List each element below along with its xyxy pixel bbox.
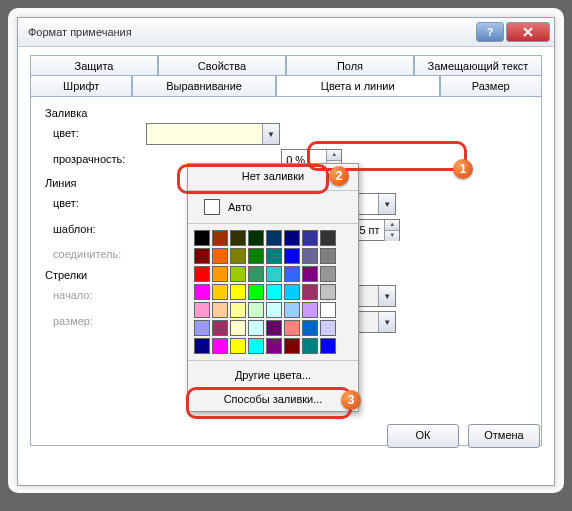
group-label-arrows: Стрелки	[45, 269, 87, 281]
tab-size[interactable]: Размер	[440, 75, 542, 96]
combo-fill-color[interactable]: ▼	[146, 123, 280, 145]
color-swatch[interactable]	[266, 302, 282, 318]
color-swatch[interactable]	[248, 284, 264, 300]
color-swatch[interactable]	[212, 230, 228, 246]
tab-font[interactable]: Шрифт	[30, 75, 132, 96]
menu-more-colors[interactable]: Другие цвета...	[188, 363, 358, 387]
annotation-badge: 3	[341, 390, 361, 410]
label-arrow-begin: начало:	[53, 286, 143, 304]
color-swatch[interactable]	[230, 266, 246, 282]
ok-button[interactable]: ОК	[387, 424, 459, 448]
dialog-window: Формат примечания ? Защита Свойства Поля…	[17, 17, 555, 486]
color-swatch[interactable]	[248, 230, 264, 246]
group-label-fill: Заливка	[45, 107, 87, 119]
color-swatch[interactable]	[320, 338, 336, 354]
help-button[interactable]: ?	[476, 22, 504, 42]
color-swatch[interactable]	[212, 320, 228, 336]
color-swatch[interactable]	[194, 302, 210, 318]
color-swatch[interactable]	[230, 284, 246, 300]
color-swatch[interactable]	[248, 266, 264, 282]
color-swatch[interactable]	[266, 338, 282, 354]
tab-colors-lines[interactable]: Цвета и линии	[276, 75, 440, 96]
chevron-down-icon: ▼	[378, 194, 395, 214]
color-swatch[interactable]	[302, 338, 318, 354]
color-swatch[interactable]	[266, 320, 282, 336]
color-swatch[interactable]	[284, 302, 300, 318]
label-line-connector: соединитель:	[53, 245, 143, 263]
close-button[interactable]	[506, 22, 550, 42]
window-title: Формат примечания	[28, 26, 474, 38]
menu-fill-effects[interactable]: Способы заливки...	[188, 387, 358, 411]
color-swatch[interactable]	[320, 302, 336, 318]
color-swatch[interactable]	[302, 266, 318, 282]
tab-properties[interactable]: Свойства	[158, 55, 286, 76]
color-swatch[interactable]	[302, 248, 318, 264]
chevron-down-icon: ▼	[378, 286, 395, 306]
chevron-down-icon: ▼	[378, 312, 395, 332]
color-swatch[interactable]	[230, 338, 246, 354]
color-dropdown: Нет заливки Авто Другие цвета... Способы…	[187, 163, 359, 412]
cancel-button[interactable]: Отмена	[468, 424, 540, 448]
auto-swatch-icon	[204, 199, 220, 215]
tab-margins[interactable]: Поля	[286, 55, 414, 76]
color-swatch[interactable]	[284, 266, 300, 282]
color-swatch[interactable]	[230, 320, 246, 336]
color-swatch[interactable]	[284, 284, 300, 300]
color-swatch[interactable]	[266, 248, 282, 264]
color-swatch[interactable]	[230, 230, 246, 246]
color-palette[interactable]	[188, 226, 358, 358]
color-swatch[interactable]	[284, 320, 300, 336]
label-line-color: цвет:	[53, 194, 143, 212]
color-swatch[interactable]	[266, 230, 282, 246]
color-swatch[interactable]	[320, 284, 336, 300]
color-swatch[interactable]	[212, 284, 228, 300]
color-swatch[interactable]	[230, 302, 246, 318]
titlebar: Формат примечания ?	[18, 18, 554, 47]
color-swatch[interactable]	[194, 338, 210, 354]
color-swatch[interactable]	[284, 248, 300, 264]
tab-alt-text[interactable]: Замещающий текст	[414, 55, 542, 76]
color-swatch[interactable]	[194, 284, 210, 300]
color-swatch[interactable]	[212, 248, 228, 264]
label-arrow-size: размер:	[53, 312, 143, 330]
color-swatch[interactable]	[194, 266, 210, 282]
chevron-down-icon: ▼	[262, 124, 279, 144]
color-swatch[interactable]	[302, 302, 318, 318]
color-swatch[interactable]	[248, 320, 264, 336]
color-swatch[interactable]	[320, 320, 336, 336]
color-swatch[interactable]	[248, 338, 264, 354]
color-swatch[interactable]	[302, 320, 318, 336]
menu-auto[interactable]: Авто	[188, 193, 358, 221]
color-swatch[interactable]	[284, 230, 300, 246]
color-swatch[interactable]	[212, 302, 228, 318]
color-swatch[interactable]	[194, 320, 210, 336]
color-swatch[interactable]	[248, 248, 264, 264]
color-swatch[interactable]	[266, 284, 282, 300]
annotation-badge: 2	[329, 166, 349, 186]
color-swatch[interactable]	[320, 248, 336, 264]
annotation-badge: 1	[453, 159, 473, 179]
color-swatch[interactable]	[320, 230, 336, 246]
color-swatch[interactable]	[194, 248, 210, 264]
tab-alignment[interactable]: Выравнивание	[132, 75, 275, 96]
color-swatch[interactable]	[302, 284, 318, 300]
panel-colors-lines: Заливка цвет: ▼ прозрачность: 0 %▲▼ Лини…	[30, 96, 542, 446]
color-swatch[interactable]	[320, 266, 336, 282]
color-swatch[interactable]	[194, 230, 210, 246]
color-swatch[interactable]	[230, 248, 246, 264]
color-swatch[interactable]	[212, 266, 228, 282]
color-swatch[interactable]	[284, 338, 300, 354]
color-swatch[interactable]	[302, 230, 318, 246]
label-fill-color: цвет:	[53, 124, 143, 142]
color-swatch[interactable]	[248, 302, 264, 318]
color-swatch[interactable]	[266, 266, 282, 282]
group-label-line: Линия	[45, 177, 77, 189]
tab-protection[interactable]: Защита	[30, 55, 158, 76]
color-swatch[interactable]	[212, 338, 228, 354]
label-line-pattern: шаблон:	[53, 220, 143, 238]
label-fill-transparency: прозрачность:	[53, 150, 143, 168]
